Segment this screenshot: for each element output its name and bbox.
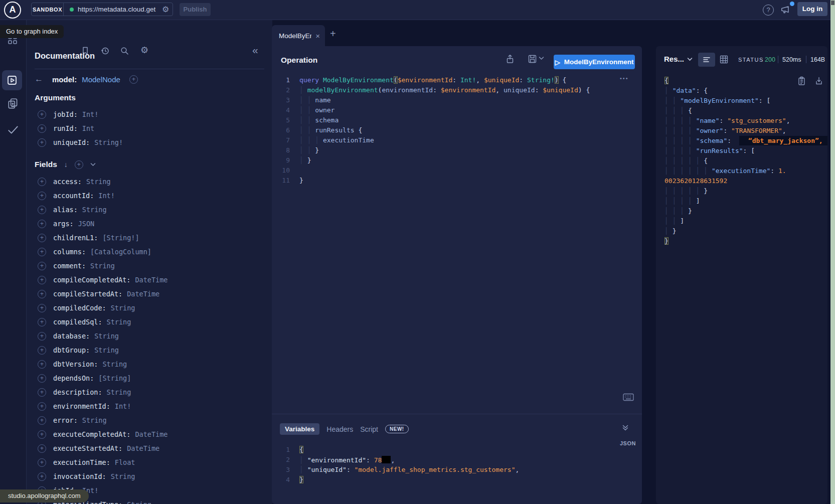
add-to-query-icon[interactable]: + (38, 346, 46, 355)
response-table-view-icon[interactable] (719, 55, 729, 64)
add-to-query-icon[interactable]: + (38, 472, 46, 481)
line-number: 3 (272, 466, 290, 476)
schema-field-row[interactable]: +comment:String (27, 259, 272, 273)
response-json-viewer[interactable]: {│ "data": {│ │ "modelByEnvironment": [│… (664, 77, 825, 247)
schema-field-row[interactable]: +dbtGroup:String (27, 343, 272, 357)
publish-button[interactable]: Publish (180, 3, 211, 16)
apollo-logo-icon[interactable]: A (4, 2, 21, 19)
add-to-query-icon[interactable]: + (38, 290, 46, 298)
schema-field-row[interactable]: +compileStartedAt:DateTime (27, 287, 272, 301)
collapse-docs-panel-icon[interactable]: « (252, 44, 258, 56)
login-button[interactable]: Log in (797, 2, 827, 16)
add-to-query-icon[interactable]: + (38, 234, 46, 242)
add-to-query-icon[interactable]: + (38, 416, 46, 425)
add-to-query-icon[interactable]: + (38, 138, 46, 147)
history-icon[interactable] (100, 46, 110, 56)
add-to-query-icon[interactable]: + (38, 178, 46, 186)
schema-field-row[interactable]: +alias:String (27, 203, 272, 217)
add-to-query-icon[interactable]: + (38, 318, 46, 326)
field-type: String (82, 206, 107, 214)
add-to-query-icon[interactable]: + (38, 110, 46, 119)
add-to-query-icon[interactable]: + (38, 374, 46, 383)
keyboard-shortcuts-icon[interactable] (623, 393, 634, 401)
schema-field-row[interactable]: +executionTime:Float (27, 455, 272, 469)
tab-script[interactable]: Script (360, 425, 378, 433)
schema-field-row[interactable]: +error:String (27, 413, 272, 427)
page-scrollbar[interactable] (830, 0, 835, 504)
schema-field-row[interactable]: +compileCompletedAt:DateTime (27, 273, 272, 287)
schema-field-row[interactable]: +access:String (27, 175, 272, 189)
schema-field-row[interactable]: +compiledSql:String (27, 315, 272, 329)
save-operation-icon[interactable] (528, 54, 537, 64)
schema-field-row[interactable]: +database:String (27, 329, 272, 343)
endpoint-url-field[interactable]: https://metadata.cloud.get ⚙ (64, 5, 173, 14)
tab-headers[interactable]: Headers (326, 425, 353, 433)
schema-field-row[interactable]: +uniqueId:String! (27, 135, 272, 149)
line-number: 2 (272, 86, 290, 96)
schema-field-row[interactable]: +runId:Int (27, 121, 272, 135)
share-operation-icon[interactable] (506, 54, 515, 64)
sort-fields-icon[interactable]: ↓ (64, 160, 68, 169)
field-type: DateTime (127, 444, 159, 452)
add-to-query-icon[interactable]: + (38, 360, 46, 369)
add-to-query-icon[interactable]: + (38, 248, 46, 256)
schema-field-row[interactable]: +executeStartedAt:DateTime (27, 441, 272, 455)
code-line: │ │ │ │ │ { (664, 157, 825, 167)
schema-field-row[interactable]: +columns:[CatalogColumn] (27, 245, 272, 259)
schema-field-row[interactable]: +dbtVersion:String (27, 357, 272, 371)
schema-field-row[interactable]: +environmentId:Int! (27, 399, 272, 413)
operation-tab[interactable]: ModelByEnvi... × (272, 25, 325, 46)
search-icon[interactable] (120, 46, 129, 56)
docs-type-link[interactable]: ModelNode (82, 75, 120, 84)
schema-field-row[interactable]: +executeCompletedAt:DateTime (27, 427, 272, 441)
connection-settings-gear-icon[interactable]: ⚙ (162, 5, 169, 14)
schema-field-row[interactable]: +args:JSON (27, 217, 272, 231)
settings-gear-icon[interactable]: ⚙ (140, 45, 148, 56)
page-scrollbar-thumb[interactable] (831, 1, 834, 5)
add-to-query-icon[interactable]: + (38, 304, 46, 312)
add-to-query-icon[interactable]: + (38, 192, 46, 200)
endpoint-url-text[interactable]: https://metadata.cloud.get (78, 6, 158, 13)
response-list-view-toggle[interactable] (698, 53, 715, 67)
schema-field-row[interactable]: +compiledCode:String (27, 301, 272, 315)
announcements-megaphone-icon[interactable] (780, 4, 791, 15)
line-number: 1 (272, 76, 290, 86)
add-all-fields-icon[interactable]: + (75, 160, 83, 169)
add-to-query-icon[interactable]: + (38, 276, 46, 284)
schema-field-row[interactable]: +jobId:Int! (27, 107, 272, 121)
add-to-query-icon[interactable]: + (38, 220, 46, 228)
close-tab-icon[interactable]: × (315, 32, 320, 40)
sidebar-item-operations[interactable] (2, 70, 22, 90)
add-to-query-icon[interactable]: + (38, 458, 46, 467)
schema-field-row[interactable]: +childrenL1:[String!] (27, 231, 272, 245)
add-to-query-icon[interactable]: + (38, 332, 46, 341)
docs-breadcrumb-row: ← model: ModelNode + (35, 73, 138, 85)
new-tab-icon[interactable]: + (330, 28, 336, 40)
run-operation-button[interactable]: ▷ ModelByEnvironment (554, 55, 635, 69)
collapse-variables-chevrons-icon[interactable] (622, 424, 629, 431)
response-title-chevron-icon[interactable] (687, 57, 693, 61)
add-to-query-icon[interactable]: + (38, 444, 46, 453)
back-arrow-icon[interactable]: ← (35, 74, 43, 84)
tab-variables[interactable]: Variables (280, 423, 319, 435)
variables-editor[interactable]: 1{2│ "environmentId": 78,3│ "uniqueId": … (272, 446, 642, 486)
help-icon[interactable]: ? (763, 5, 774, 16)
add-to-query-icon[interactable]: + (38, 402, 46, 411)
add-to-query-icon[interactable]: + (38, 388, 46, 397)
field-type: String (127, 500, 151, 504)
add-to-query-icon[interactable]: + (129, 75, 138, 84)
chevron-down-icon[interactable] (90, 162, 96, 166)
operation-editor[interactable]: 1query ModelByEnvironment($environmentId… (272, 76, 642, 187)
add-to-query-icon[interactable]: + (38, 262, 46, 270)
schema-field-row[interactable]: +accountId:Int! (27, 189, 272, 203)
add-to-query-icon[interactable]: + (38, 430, 46, 439)
schema-field-row[interactable]: +description:String (27, 385, 272, 399)
add-to-query-icon[interactable]: + (38, 206, 46, 214)
schema-field-row[interactable]: +dependsOn:[String] (27, 371, 272, 385)
schema-field-row[interactable]: +invocationId:String (27, 469, 272, 483)
sidebar-item-checks[interactable] (7, 123, 20, 136)
sidebar-item-schema-diff[interactable] (7, 97, 20, 110)
add-to-query-icon[interactable]: + (38, 124, 46, 133)
line-number: 3 (272, 96, 290, 106)
save-options-chevron-icon[interactable] (539, 56, 544, 60)
